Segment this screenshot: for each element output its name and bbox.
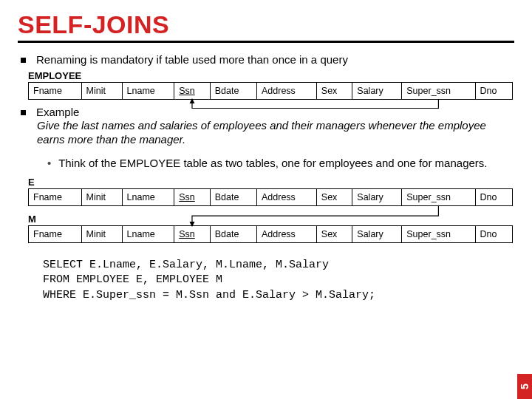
col-ssn: Ssn: [174, 226, 211, 243]
col-sex: Sex: [316, 226, 352, 243]
col-super-ssn: Super_ssn: [402, 226, 475, 243]
sql-block: SELECT E.Lname, E.Salary, M.Lname, M.Sal…: [43, 258, 514, 303]
col-ssn: Ssn: [174, 83, 211, 100]
m-schema-table: Fname Minit Lname Ssn Bdate Address Sex …: [28, 225, 513, 243]
col-sex: Sex: [316, 189, 352, 206]
col-fname: Fname: [29, 83, 82, 100]
sub-bullet-text: Think of the EMPLOYEE table as two table…: [58, 157, 487, 169]
bullet-1-text: Renaming is mandatory if table used more…: [36, 53, 348, 66]
slide: SELF-JOINS Renaming is mandatory if tabl…: [0, 0, 532, 399]
col-lname: Lname: [122, 83, 174, 100]
col-ssn: Ssn: [174, 189, 211, 206]
page-number: 5: [519, 383, 531, 389]
table-label-e: E: [28, 177, 514, 188]
table-row: Fname Minit Lname Ssn Bdate Address Sex …: [29, 83, 513, 100]
col-salary: Salary: [352, 226, 402, 243]
col-address: Address: [257, 226, 317, 243]
slide-title: SELF-JOINS: [18, 10, 514, 39]
square-bullet-icon: [21, 58, 26, 63]
sql-line-3: WHERE E.Super_ssn = M.Ssn and E.Salary >…: [43, 289, 375, 301]
col-minit: Minit: [81, 226, 122, 243]
col-bdate: Bdate: [210, 83, 256, 100]
col-address: Address: [257, 189, 317, 206]
table-row: Fname Minit Lname Ssn Bdate Address Sex …: [29, 189, 513, 206]
col-super-ssn: Super_ssn: [402, 83, 475, 100]
sub-bullet: • Think of the EMPLOYEE table as two tab…: [47, 157, 514, 171]
col-bdate: Bdate: [210, 226, 256, 243]
example-body: Give the last names and salaries of empl…: [37, 118, 514, 146]
sql-line-2: FROM EMPLOYEE E, EMPLOYEE M: [43, 273, 222, 286]
table-label-m: M: [28, 214, 514, 225]
table-label-employee: EMPLOYEE: [28, 70, 514, 81]
page-number-badge: 5: [517, 374, 532, 399]
col-dno: Dno: [475, 189, 512, 206]
e-schema-table: Fname Minit Lname Ssn Bdate Address Sex …: [28, 188, 513, 206]
col-minit: Minit: [81, 189, 122, 206]
dot-bullet-icon: •: [47, 157, 51, 169]
col-super-ssn: Super_ssn: [402, 189, 475, 206]
col-salary: Salary: [352, 83, 402, 100]
bullet-2: Example: [21, 106, 514, 118]
col-dno: Dno: [475, 226, 512, 243]
col-fname: Fname: [29, 189, 82, 206]
example-heading: Example: [36, 106, 79, 118]
col-address: Address: [257, 83, 317, 100]
col-lname: Lname: [122, 226, 174, 243]
col-salary: Salary: [352, 189, 402, 206]
square-bullet-icon: [21, 110, 26, 115]
col-fname: Fname: [29, 226, 82, 243]
col-bdate: Bdate: [210, 189, 256, 206]
col-sex: Sex: [316, 83, 352, 100]
table-row: Fname Minit Lname Ssn Bdate Address Sex …: [29, 226, 513, 243]
employee-schema-table: Fname Minit Lname Ssn Bdate Address Sex …: [28, 82, 513, 100]
col-dno: Dno: [475, 83, 512, 100]
col-lname: Lname: [122, 189, 174, 206]
sql-line-1: SELECT E.Lname, E.Salary, M.Lname, M.Sal…: [43, 259, 329, 271]
title-rule: [18, 41, 514, 43]
col-minit: Minit: [81, 83, 122, 100]
bullet-1: Renaming is mandatory if table used more…: [21, 53, 514, 66]
